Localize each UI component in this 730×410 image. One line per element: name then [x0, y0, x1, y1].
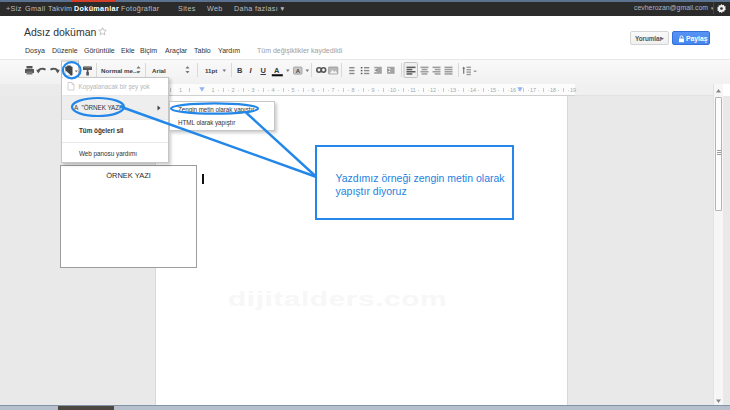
svg-text:A: A — [296, 68, 301, 74]
